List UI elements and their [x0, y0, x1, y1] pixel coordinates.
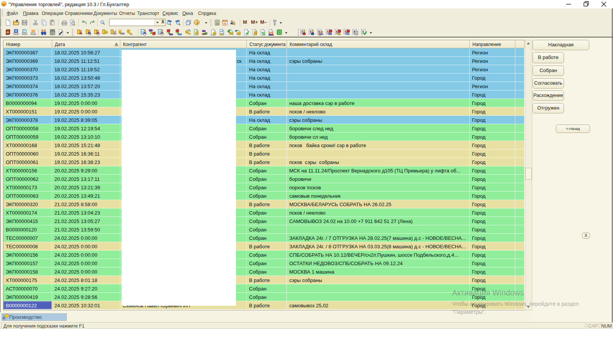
- svg-text:i: i: [197, 21, 198, 25]
- svg-text:31: 31: [223, 22, 227, 25]
